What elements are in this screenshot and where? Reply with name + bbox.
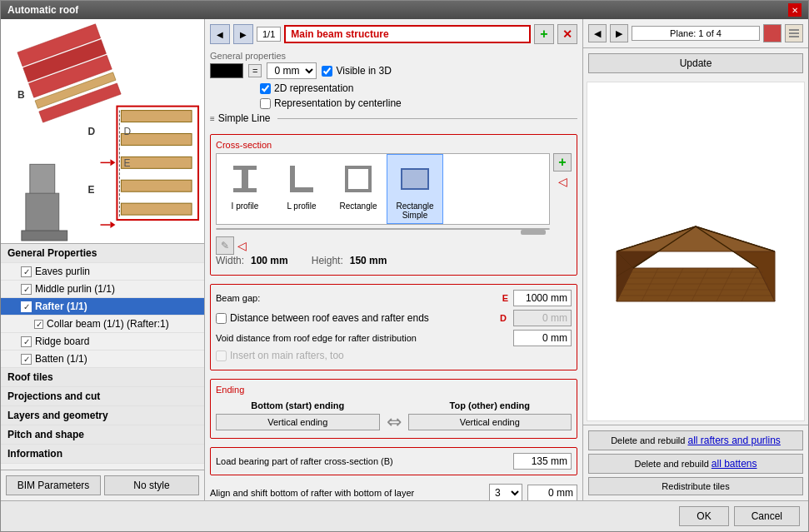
- profile-scrollbar[interactable]: [216, 228, 550, 230]
- rafter-label: Rafter (1/1): [35, 301, 87, 312]
- right-prev-button[interactable]: ◀: [588, 24, 607, 42]
- cancel-button[interactable]: Cancel: [734, 506, 800, 526]
- align-input[interactable]: [527, 485, 577, 500]
- ridge-board-checkbox[interactable]: [21, 336, 32, 347]
- centerline-checkbox[interactable]: [260, 98, 271, 109]
- load-row: Load bearing part of rafter cross-sectio…: [216, 453, 572, 470]
- prev-button[interactable]: ◀: [210, 24, 230, 44]
- void-input[interactable]: [513, 330, 572, 346]
- rectangle-item[interactable]: Rectangle: [330, 154, 387, 224]
- rep-2d-label[interactable]: 2D representation: [260, 82, 353, 94]
- sidebar-item-collar-beam[interactable]: Collar beam (1/1) (Rafter:1): [1, 316, 204, 333]
- svg-marker-35: [617, 268, 775, 301]
- insert-checkbox[interactable]: [216, 351, 227, 361]
- right-panel: ◀ ▶ Plane: 1 of 4 Update: [583, 19, 808, 500]
- automatic-roof-window: Automatic roof ✕: [0, 0, 809, 532]
- rect-simple-label: RectangleSimple: [396, 201, 433, 220]
- update-button[interactable]: Update: [588, 53, 803, 73]
- delete-rebuild-battens-button[interactable]: Delete and rebuild all battens: [588, 454, 803, 474]
- i-profile-item[interactable]: I profile: [217, 154, 273, 224]
- middle-purlin-checkbox[interactable]: [21, 284, 32, 295]
- equals-button[interactable]: =: [248, 64, 262, 77]
- load-input[interactable]: [513, 453, 572, 470]
- collar-beam-checkbox[interactable]: [34, 320, 43, 329]
- dist-checkbox[interactable]: [216, 313, 227, 324]
- ending-content: Bottom (start) ending Vertical ending ⇔ …: [216, 398, 572, 433]
- bottom-ending-col: Bottom (start) ending Vertical ending: [216, 400, 380, 430]
- svg-rect-26: [242, 170, 248, 188]
- close-button[interactable]: ✕: [788, 3, 802, 17]
- centerline-label[interactable]: Representation by centerline: [260, 97, 402, 109]
- sidebar-item-ridge-board[interactable]: Ridge board: [1, 333, 204, 351]
- sidebar-item-batten[interactable]: Batten (1/1): [1, 351, 204, 368]
- eaves-purlin-checkbox[interactable]: [21, 266, 32, 277]
- bottom-ending-button[interactable]: Vertical ending: [216, 414, 380, 430]
- edit-profile-button[interactable]: ✎: [216, 236, 234, 255]
- ending-title: Ending: [216, 385, 572, 395]
- l-profile-label: L profile: [287, 201, 316, 211]
- svg-rect-4: [121, 180, 192, 191]
- plane-label: Plane: 1 of 4: [632, 26, 760, 41]
- redistribute-tiles-button[interactable]: Redistribute tiles: [588, 477, 803, 495]
- centerline-row: Representation by centerline: [210, 97, 577, 109]
- l-profile-icon: [281, 158, 322, 200]
- width-select[interactable]: 0 mm: [267, 62, 317, 79]
- bottom-ending-label: Bottom (start) ending: [251, 400, 344, 410]
- rect-simple-item[interactable]: RectangleSimple: [387, 154, 443, 224]
- sidebar-item-middle-purlin[interactable]: Middle purlin (1/1): [1, 281, 204, 298]
- sidebar-item-roof-tiles[interactable]: Roof tiles: [1, 368, 204, 387]
- batten-checkbox[interactable]: [21, 354, 32, 365]
- general-properties-header: General Properties: [1, 244, 204, 263]
- color-picker[interactable]: [210, 63, 243, 78]
- element-name-field[interactable]: [284, 25, 531, 43]
- svg-rect-31: [402, 169, 428, 189]
- svg-rect-5: [121, 203, 192, 215]
- sidebar-item-layers-geometry[interactable]: Layers and geometry: [1, 406, 204, 425]
- rep-2d-checkbox[interactable]: [260, 83, 271, 94]
- i-profile-icon: [224, 158, 266, 200]
- align-select[interactable]: 3 1 2: [489, 484, 522, 500]
- add-element-button[interactable]: +: [534, 24, 554, 44]
- dist-input[interactable]: [513, 310, 572, 326]
- layers-icon: [787, 27, 801, 40]
- next-button[interactable]: ▶: [233, 24, 253, 44]
- add-profile-button[interactable]: +: [553, 153, 572, 172]
- svg-text:E: E: [88, 184, 95, 196]
- right-next-button[interactable]: ▶: [610, 24, 628, 42]
- sidebar-item-rafter[interactable]: Rafter (1/1): [1, 298, 204, 316]
- sidebar-item-pitch-shape[interactable]: Pitch and shape: [1, 425, 204, 445]
- svg-rect-19: [30, 164, 55, 197]
- rafter-checkbox[interactable]: [21, 301, 32, 312]
- bim-parameters-button[interactable]: BIM Parameters: [6, 475, 101, 495]
- top-ending-col: Top (other) ending Vertical ending: [408, 400, 572, 430]
- ok-button[interactable]: OK: [679, 506, 728, 526]
- visible-3d-checkbox[interactable]: [322, 66, 332, 77]
- profile-action-btns: + ◁: [553, 153, 572, 233]
- layers-geometry-label: Layers and geometry: [7, 410, 108, 421]
- beam-box: Beam gap: E Distance between roof eaves …: [210, 284, 577, 370]
- sidebar-item-projections-cut[interactable]: Projections and cut: [1, 387, 204, 406]
- svg-rect-30: [347, 167, 370, 191]
- visible-3d-label[interactable]: Visible in 3D: [322, 65, 391, 77]
- svg-rect-25: [233, 166, 257, 170]
- eaves-purlin-label: Eaves purlin: [35, 266, 90, 277]
- width-label: Width:: [216, 255, 244, 266]
- beam-gap-input[interactable]: [513, 290, 572, 306]
- load-box: Load bearing part of rafter cross-sectio…: [210, 447, 577, 475]
- align-row: Align and shift bottom of rafter with bo…: [210, 484, 577, 500]
- layers-button[interactable]: [785, 24, 803, 42]
- svg-rect-33: [789, 32, 799, 34]
- delete-rebuild-rafters-button[interactable]: Delete and rebuild all rafters and purli…: [588, 430, 803, 450]
- sidebar-item-information[interactable]: Information: [1, 445, 204, 464]
- batten-label: Batten (1/1): [35, 353, 87, 365]
- l-profile-item[interactable]: L profile: [273, 154, 330, 224]
- cross-section-box: Cross-section: [210, 134, 577, 276]
- height-value: 150 mm: [350, 255, 387, 266]
- no-style-button[interactable]: No style: [104, 475, 199, 495]
- profile-edit-row: ✎ ◁: [216, 236, 572, 255]
- delete-element-button[interactable]: ✕: [557, 24, 577, 44]
- main-content: D E B: [1, 19, 808, 500]
- top-ending-button[interactable]: Vertical ending: [408, 414, 572, 430]
- sidebar-item-eaves-purlin[interactable]: Eaves purlin: [1, 263, 204, 281]
- tree-panel: General Properties Eaves purlin Middle p…: [1, 244, 204, 470]
